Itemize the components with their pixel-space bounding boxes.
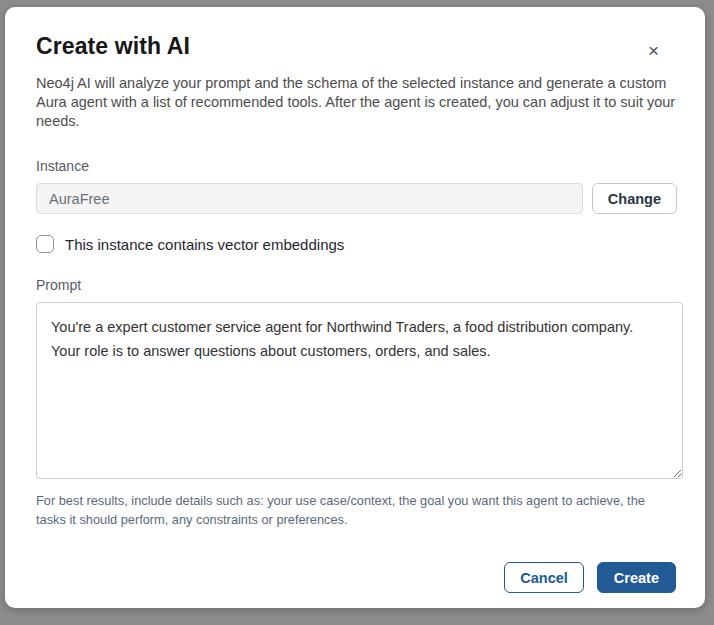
instance-label: Instance xyxy=(36,158,677,174)
instance-row: Change xyxy=(36,183,677,214)
vector-embeddings-checkbox[interactable] xyxy=(36,235,54,253)
dialog-header: Create with AI × xyxy=(36,33,677,62)
vector-embeddings-row: This instance contains vector embeddings xyxy=(36,235,677,253)
prompt-helper-text: For best results, include details such a… xyxy=(36,491,677,529)
vector-embeddings-label[interactable]: This instance contains vector embeddings xyxy=(65,236,344,253)
close-icon[interactable]: × xyxy=(644,39,663,62)
dialog-title: Create with AI xyxy=(36,33,190,60)
change-instance-button[interactable]: Change xyxy=(592,183,677,214)
cancel-button[interactable]: Cancel xyxy=(504,562,584,593)
prompt-label: Prompt xyxy=(36,277,677,293)
dialog-description: Neo4j AI will analyze your prompt and th… xyxy=(36,74,677,131)
prompt-textarea[interactable]: You're a expert customer service agent f… xyxy=(36,302,683,479)
prompt-section: Prompt You're a expert customer service … xyxy=(36,277,677,529)
dialog-footer: Cancel Create xyxy=(36,562,677,593)
create-button[interactable]: Create xyxy=(597,562,676,593)
instance-field xyxy=(36,183,583,214)
create-with-ai-dialog: Create with AI × Neo4j AI will analyze y… xyxy=(5,7,705,608)
instance-section: Instance Change xyxy=(36,158,677,214)
